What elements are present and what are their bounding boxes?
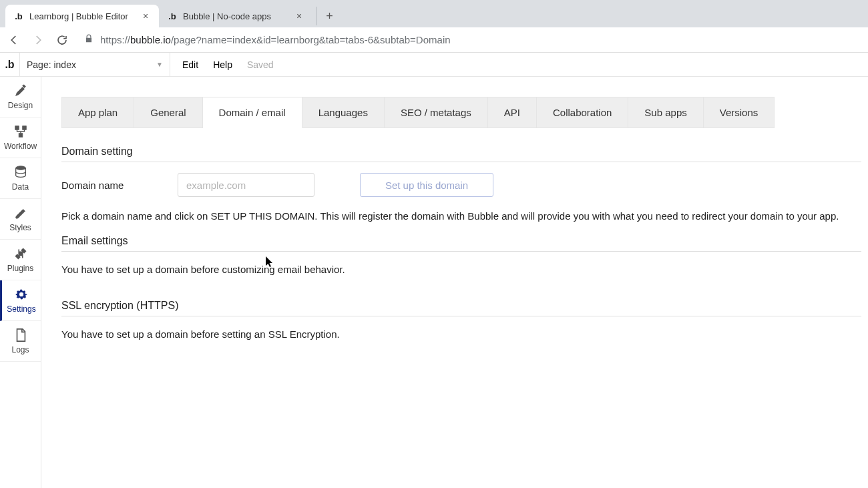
lock-icon [84, 34, 93, 45]
browser-address-bar: https://bubble.io/page?name=index&id=lea… [0, 27, 868, 53]
sidebar-item-label: Workflow [4, 142, 37, 151]
chevron-down-icon: ▼ [156, 61, 163, 68]
domain-name-input[interactable] [178, 173, 314, 197]
setup-domain-button[interactable]: Set up this domain [360, 173, 493, 197]
tab-sub-apps[interactable]: Sub apps [628, 97, 703, 128]
new-tab-button[interactable]: + [316, 7, 335, 25]
back-button[interactable] [7, 33, 21, 47]
url-text: https://bubble.io/page?name=index&id=lea… [100, 34, 451, 45]
sidebar-item-label: Settings [7, 304, 35, 314]
ssl-help-text: You have to set up a domain before setti… [61, 327, 843, 342]
bubble-logo-icon[interactable]: .b [0, 53, 20, 77]
browser-tab-1[interactable]: .b Learnborg | Bubble Editor × [5, 5, 159, 27]
page-picker[interactable]: Page: index ▼ [20, 53, 170, 76]
url-field[interactable]: https://bubble.io/page?name=index&id=lea… [79, 34, 861, 45]
settings-tabs: App plan General Domain / email Language… [61, 97, 868, 128]
forward-button[interactable] [31, 33, 45, 47]
section-title-domain: Domain setting [61, 140, 861, 162]
page-picker-label: Page: index [27, 59, 76, 70]
svg-rect-0 [15, 126, 19, 130]
left-sidebar: Design Workflow Data Styles Plugins Sett… [0, 77, 41, 488]
email-help-text: You have to set up a domain before custo… [61, 262, 843, 278]
sidebar-item-design[interactable]: Design [0, 77, 41, 117]
favicon-bubble-icon: .b [13, 11, 24, 21]
sidebar-item-styles[interactable]: Styles [0, 199, 41, 240]
close-icon[interactable]: × [140, 11, 151, 21]
favicon-bubble-icon: .b [167, 11, 178, 21]
browser-tab-title: Learnborg | Bubble Editor [29, 11, 136, 21]
sidebar-item-settings[interactable]: Settings [0, 280, 41, 321]
sidebar-item-workflow[interactable]: Workflow [0, 117, 41, 158]
domain-name-label: Domain name [61, 180, 162, 191]
sidebar-item-label: Logs [11, 345, 29, 354]
sidebar-item-data[interactable]: Data [0, 158, 41, 199]
reload-button[interactable] [55, 33, 69, 47]
sidebar-item-label: Styles [9, 223, 31, 232]
tab-api[interactable]: API [488, 97, 537, 128]
sidebar-item-label: Plugins [7, 264, 33, 273]
tab-versions[interactable]: Versions [704, 97, 775, 128]
settings-content: App plan General Domain / email Language… [41, 77, 868, 488]
section-title-ssl: SSL encryption (HTTPS) [61, 294, 861, 316]
tab-collaboration[interactable]: Collaboration [537, 97, 628, 128]
browser-tab-2[interactable]: .b Bubble | No-code apps × [159, 5, 312, 27]
menu-edit[interactable]: Edit [182, 59, 198, 70]
tab-app-plan[interactable]: App plan [61, 97, 134, 128]
menu-help[interactable]: Help [213, 59, 232, 70]
tab-seo-metatags[interactable]: SEO / metatags [385, 97, 488, 128]
section-title-email: Email settings [61, 230, 861, 252]
menu-saved: Saved [247, 59, 274, 70]
sidebar-item-label: Design [8, 101, 33, 110]
svg-rect-2 [19, 134, 23, 138]
tab-general[interactable]: General [134, 97, 202, 128]
svg-rect-1 [22, 126, 26, 130]
browser-tab-title: Bubble | No-code apps [183, 11, 290, 21]
sidebar-item-label: Data [12, 182, 29, 192]
tab-domain-email[interactable]: Domain / email [203, 97, 302, 128]
svg-point-3 [15, 166, 25, 170]
app-menu: Edit Help Saved [170, 59, 274, 70]
sidebar-item-logs[interactable]: Logs [0, 321, 41, 362]
browser-tabstrip: .b Learnborg | Bubble Editor × .b Bubble… [0, 0, 868, 27]
tab-languages[interactable]: Languages [302, 97, 385, 128]
app-top-bar: .b Page: index ▼ Edit Help Saved [0, 53, 868, 77]
domain-help-text: Pick a domain name and click on SET UP T… [61, 209, 843, 224]
close-icon[interactable]: × [294, 11, 304, 21]
sidebar-item-plugins[interactable]: Plugins [0, 240, 41, 280]
